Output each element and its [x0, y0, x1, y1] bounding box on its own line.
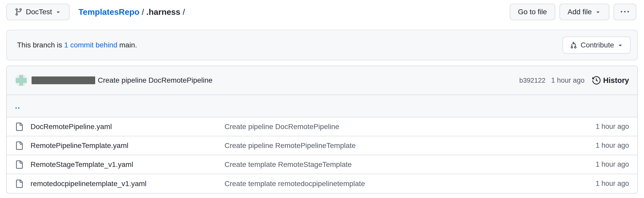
- commit-message-cell: Create template remotedocpipelinetemplat…: [224, 180, 570, 188]
- row-commit-message-link[interactable]: Create pipeline DocRemotePipeline: [224, 123, 339, 131]
- row-commit-message-link[interactable]: Create template remotedocpipelinetemplat…: [224, 180, 365, 188]
- row-commit-message-link[interactable]: Create template RemoteStageTemplate: [224, 160, 352, 168]
- row-commit-message-link[interactable]: Create pipeline RemotePipelineTemplate: [224, 142, 356, 150]
- breadcrumb-current-folder: .harness: [146, 7, 181, 17]
- breadcrumb-separator: /: [139, 7, 146, 17]
- chevron-down-icon: [595, 9, 601, 15]
- commit-author-redacted: [32, 76, 95, 84]
- commit-message-cell: Create pipeline DocRemotePipeline: [224, 123, 570, 131]
- branch-name-label: DocTest: [26, 8, 52, 16]
- file-name-cell: remotedocpipelinetemplate_v1.yaml: [15, 180, 224, 188]
- add-file-button[interactable]: Add file: [559, 4, 609, 20]
- file-link[interactable]: remotedocpipelinetemplate_v1.yaml: [31, 180, 146, 188]
- commit-age-cell: 1 hour ago: [570, 123, 629, 131]
- file-link[interactable]: RemoteStageTemplate_v1.yaml: [31, 160, 133, 169]
- breadcrumb: TemplatesRepo / .harness /: [78, 7, 185, 17]
- history-link[interactable]: History: [592, 76, 629, 85]
- git-branch-icon: [14, 8, 23, 16]
- go-to-file-button[interactable]: Go to file: [510, 4, 555, 20]
- chevron-down-icon: [617, 42, 623, 48]
- latest-commit-bar: Create pipeline DocRemotePipeline b39212…: [7, 66, 637, 95]
- file-icon: [15, 123, 23, 131]
- file-table: Create pipeline DocRemotePipeline b39212…: [6, 66, 638, 194]
- avatar-placeholder-icon: [15, 74, 27, 87]
- go-to-file-label: Go to file: [518, 8, 547, 16]
- more-options-button[interactable]: [613, 4, 636, 20]
- latest-commit-meta: b392122 1 hour ago History: [519, 76, 629, 85]
- commit-message-cell: Create pipeline RemotePipelineTemplate: [224, 142, 570, 150]
- topbar-actions: Go to file Add file: [510, 4, 636, 20]
- chevron-down-icon: [55, 9, 61, 15]
- file-icon: [15, 160, 23, 169]
- breadcrumb-trailing-slash: /: [180, 7, 185, 17]
- contribute-icon: [570, 41, 578, 49]
- history-icon: [592, 76, 601, 84]
- file-name-cell: RemotePipelineTemplate.yaml: [15, 142, 224, 150]
- history-label: History: [603, 76, 629, 85]
- branch-status-prefix: This branch is: [17, 41, 64, 49]
- add-file-label: Add file: [568, 8, 592, 16]
- commit-age-cell: 1 hour ago: [570, 142, 629, 150]
- table-row: DocRemotePipeline.yaml Create pipeline D…: [7, 117, 637, 136]
- file-navigation-bar: DocTest TemplatesRepo / .harness / Go to…: [0, 0, 644, 20]
- contribute-button[interactable]: Contribute: [563, 37, 631, 54]
- file-link[interactable]: RemotePipelineTemplate.yaml: [31, 142, 128, 150]
- commit-age-cell: 1 hour ago: [570, 180, 629, 188]
- commit-age-cell: 1 hour ago: [570, 160, 629, 168]
- file-icon: [15, 142, 23, 150]
- file-link[interactable]: DocRemotePipeline.yaml: [31, 123, 112, 131]
- parent-directory-link[interactable]: ..: [15, 102, 20, 110]
- branch-selector-button[interactable]: DocTest: [6, 4, 70, 20]
- table-row: RemoteStageTemplate_v1.yaml Create templ…: [7, 155, 637, 174]
- parent-directory-row: ..: [7, 95, 637, 117]
- file-name-cell: RemoteStageTemplate_v1.yaml: [15, 160, 224, 169]
- table-row: RemotePipelineTemplate.yaml Create pipel…: [7, 136, 637, 155]
- kebab-horizontal-icon: [621, 8, 629, 16]
- commit-author-avatar[interactable]: [15, 74, 27, 87]
- file-name-cell: DocRemotePipeline.yaml: [15, 123, 224, 131]
- file-icon: [15, 180, 23, 188]
- contribute-label: Contribute: [581, 41, 614, 49]
- branch-status-suffix: main.: [117, 41, 137, 49]
- branch-status-banner: This branch is 1 commit behind main. Con…: [6, 30, 638, 60]
- latest-commit-message-link[interactable]: Create pipeline DocRemotePipeline: [98, 76, 213, 84]
- commits-behind-link[interactable]: 1 commit behind: [64, 41, 117, 49]
- commit-message-cell: Create template RemoteStageTemplate: [224, 160, 570, 169]
- branch-status-text: This branch is 1 commit behind main.: [17, 41, 137, 49]
- breadcrumb-repo-link[interactable]: TemplatesRepo: [78, 7, 139, 17]
- table-row: remotedocpipelinetemplate_v1.yaml Create…: [7, 174, 637, 193]
- commit-sha-link[interactable]: b392122: [519, 76, 545, 84]
- commit-time: 1 hour ago: [551, 76, 585, 84]
